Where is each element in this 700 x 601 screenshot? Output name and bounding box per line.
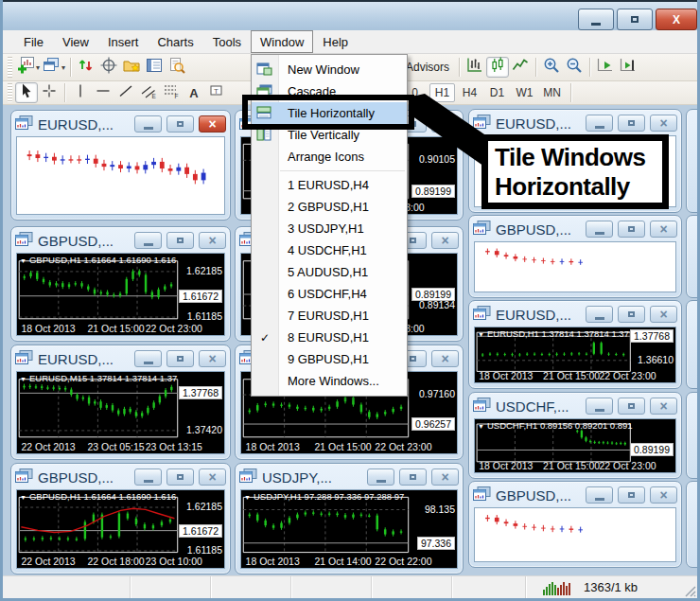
resize-grip[interactable]	[683, 584, 696, 597]
dropdown-caret-icon[interactable]: ▾	[36, 63, 40, 72]
timeframe-mn-button[interactable]: MN	[539, 83, 565, 102]
chart-area[interactable]: ▼EURUSD,H1 1.37814 1.37814 1.3771.377681…	[474, 327, 676, 383]
child-minimize-button[interactable]	[586, 398, 613, 415]
child-maximize-button[interactable]	[399, 468, 427, 486]
chart-window-l3[interactable]: EURUSD,...×▼EURUSD,M15 1.37814 1.37814 1…	[10, 345, 231, 460]
close-button[interactable]: X	[656, 9, 697, 30]
label-button[interactable]: T	[205, 82, 228, 103]
chart-window-titlebar[interactable]: USDCHF,...×	[473, 395, 677, 417]
chart-area[interactable]	[474, 241, 676, 292]
chart-dropdown-icon[interactable]: ▼	[20, 257, 26, 264]
child-maximize-button[interactable]	[166, 232, 194, 249]
strategy-tester-button[interactable]	[166, 57, 188, 78]
profiles-button[interactable]: ▾	[41, 57, 66, 78]
chart-window-titlebar[interactable]: GBPUSD,...×	[473, 484, 677, 506]
toolbar-drag-handle[interactable]	[8, 57, 12, 78]
chart-window-titlebar[interactable]: USDJPY,...×	[239, 466, 459, 488]
timeframe-h1-button[interactable]: H1	[429, 83, 455, 102]
fibonacci-button[interactable]: F	[160, 82, 183, 103]
data-window-button[interactable]	[97, 57, 120, 78]
chart-area[interactable]: ▼EURUSD,M15 1.37814 1.37814 1.371.377681…	[16, 371, 225, 454]
timeframe-h4-button[interactable]: H4	[457, 83, 482, 102]
child-close-button[interactable]: ×	[199, 350, 226, 367]
zoom-out-button[interactable]	[563, 57, 586, 78]
chart-area[interactable]: ▼USDCHF,H1 0.89156 0.89201 0.8910.891991…	[474, 418, 676, 473]
candlestick-chart[interactable]	[475, 508, 675, 561]
menubar-item-charts[interactable]: Charts	[148, 30, 202, 53]
expert-advisors-button[interactable]: Advisors	[400, 57, 455, 78]
chart-dropdown-icon[interactable]: ▼	[244, 494, 251, 501]
auto-scroll-button[interactable]	[594, 57, 617, 78]
child-close-button[interactable]: ×	[650, 115, 677, 132]
timeframe-d1-button[interactable]: D1	[484, 83, 510, 102]
menu-item-new-window[interactable]: New Window	[252, 59, 407, 80]
child-close-button[interactable]: ×	[650, 486, 677, 504]
new-chart-button[interactable]: ▾	[15, 57, 41, 78]
chart-window-titlebar[interactable]: EURUSD,...×	[473, 303, 677, 326]
menubar-item-help[interactable]: Help	[313, 30, 358, 53]
chart-window-titlebar[interactable]: GBPUSD,...×	[473, 218, 677, 240]
menubar-item-tools[interactable]: Tools	[203, 30, 251, 53]
child-minimize-button[interactable]	[134, 115, 162, 133]
child-minimize-button[interactable]	[134, 232, 162, 249]
maximize-button[interactable]	[617, 9, 653, 30]
child-close-button[interactable]: ×	[431, 232, 459, 249]
navigator-button[interactable]	[120, 57, 143, 78]
menu-item-2-gbpusd-h1[interactable]: 2 GBPUSD,H1	[252, 196, 407, 218]
menu-item-6-usdchf-h4[interactable]: 6 USDCHF,H4	[252, 283, 407, 305]
market-watch-button[interactable]	[75, 57, 97, 78]
chart-window-titlebar[interactable]: GBPUSD,...×	[15, 229, 226, 252]
chart-window-titlebar[interactable]: EURUSD,...×	[15, 347, 226, 370]
chart-window-l2[interactable]: GBPUSD,...×▼GBPUSD,H1 1.61664 1.61690 1.…	[10, 226, 231, 342]
horizontal-line-button[interactable]	[92, 82, 114, 103]
child-minimize-button[interactable]	[586, 306, 613, 323]
chart-window-l4[interactable]: GBPUSD,...×▼GBPUSD,H1 1.61664 1.61690 1.…	[10, 463, 231, 574]
text-tool-button[interactable]: A	[183, 82, 205, 103]
line-chart-type-button[interactable]	[509, 57, 532, 78]
menubar-item-insert[interactable]: Insert	[98, 30, 149, 53]
child-close-button[interactable]: ×	[650, 306, 677, 323]
chart-area[interactable]: ▼GBPUSD,H1 1.61664 1.61690 1.6161.621851…	[16, 489, 225, 569]
menu-item-more-windows[interactable]: More Windows...	[252, 370, 407, 392]
crosshair-button[interactable]	[38, 82, 61, 103]
child-close-button[interactable]: ×	[199, 468, 226, 486]
vertical-line-button[interactable]	[69, 82, 92, 103]
menu-item-1-eurusd-h4[interactable]: 1 EURUSD,H4	[252, 174, 407, 196]
menubar-item-file[interactable]: File	[14, 30, 53, 53]
chart-dropdown-icon[interactable]: ▼	[20, 376, 26, 382]
timeframe-w1-button[interactable]: W1	[512, 83, 537, 102]
title-bar[interactable]: X	[3, 0, 697, 30]
chart-window-l1[interactable]: EURUSD,...×	[10, 110, 231, 221]
child-close-button[interactable]: ×	[650, 221, 677, 238]
menu-item-cascade[interactable]: Cascade	[252, 80, 407, 102]
menu-item-tile-vertically[interactable]: Tile Vertically	[252, 124, 407, 146]
chart-dropdown-icon[interactable]: ▼	[478, 423, 484, 430]
child-maximize-button[interactable]	[618, 115, 645, 132]
candlestick-chart[interactable]	[17, 137, 224, 214]
menu-item-3-usdjpy-h1[interactable]: 3 USDJPY,H1	[252, 218, 407, 239]
child-maximize-button[interactable]	[618, 306, 645, 323]
chart-window-titlebar[interactable]: GBPUSD,...×	[15, 466, 226, 488]
candlestick-type-button[interactable]	[486, 57, 509, 78]
child-minimize-button[interactable]	[586, 486, 613, 504]
chart-window-m4[interactable]: USDJPY,...×▼USDJPY,H1 97.288 97.336 97.2…	[235, 463, 464, 574]
child-close-button[interactable]: ×	[199, 232, 226, 249]
cursor-button[interactable]	[15, 82, 38, 103]
terminal-button[interactable]	[143, 57, 166, 78]
chart-area[interactable]	[474, 507, 676, 562]
child-maximize-button[interactable]	[166, 350, 194, 367]
chart-window-r4[interactable]: USDCHF,...×▼USDCHF,H1 0.89156 0.89201 0.…	[468, 392, 682, 479]
child-minimize-button[interactable]	[134, 468, 162, 486]
child-close-button[interactable]: ×	[431, 350, 459, 367]
minimize-button[interactable]	[578, 9, 614, 30]
child-minimize-button[interactable]	[586, 115, 613, 132]
chart-window-titlebar[interactable]: EURUSD,...×	[473, 112, 677, 134]
chart-window-r2[interactable]: GBPUSD,...×	[468, 215, 682, 298]
child-maximize-button[interactable]	[618, 486, 645, 504]
child-maximize-button[interactable]	[166, 115, 194, 133]
bar-chart-type-button[interactable]	[464, 57, 486, 78]
menu-item-arrange-icons[interactable]: Arrange Icons	[252, 146, 407, 168]
trendline-button[interactable]	[114, 82, 137, 103]
child-minimize-button[interactable]	[367, 468, 394, 486]
child-close-button[interactable]: ×	[431, 115, 459, 133]
